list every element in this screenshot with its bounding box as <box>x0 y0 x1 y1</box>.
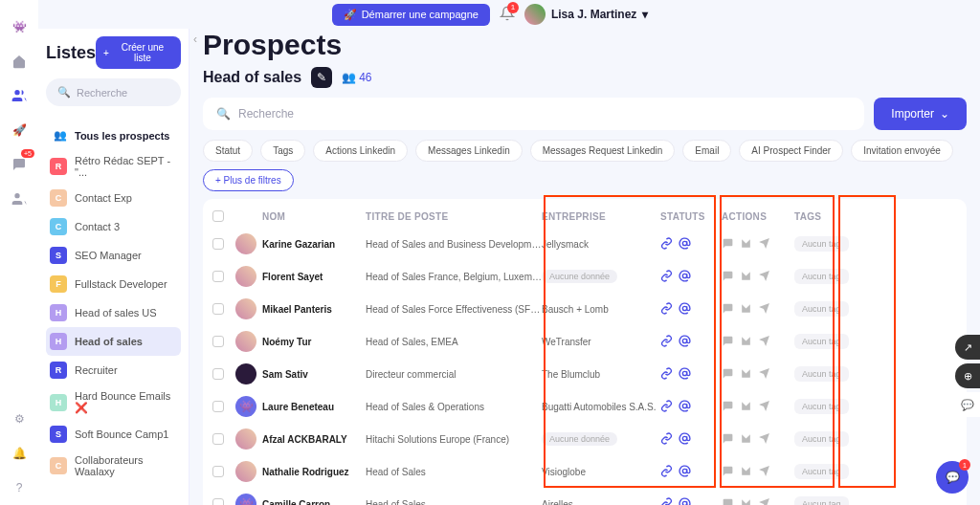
import-button[interactable]: Importer ⌄ <box>874 98 967 130</box>
link-status-icon[interactable] <box>660 367 673 382</box>
side-fab-3[interactable]: 💬 <box>955 392 980 417</box>
email-status-icon[interactable] <box>679 465 691 479</box>
filter-pill[interactable]: Tags <box>260 140 305 162</box>
sidebar-list-item[interactable]: FFullstack Developer <box>46 270 181 298</box>
email-status-icon[interactable] <box>679 237 691 252</box>
row-checkbox[interactable] <box>212 401 224 412</box>
send-action-icon[interactable] <box>758 367 770 382</box>
email-status-icon[interactable] <box>679 497 691 506</box>
mail-action-icon[interactable] <box>740 465 752 479</box>
filter-pill[interactable]: Actions Linkedin <box>313 140 408 162</box>
tag-badge[interactable]: Aucun tag <box>794 431 849 447</box>
table-row[interactable]: Noémy Tur Head of Sales, EMEA WeTransfer… <box>212 325 957 358</box>
link-status-icon[interactable] <box>660 400 673 414</box>
email-status-icon[interactable] <box>679 400 691 414</box>
select-all-checkbox[interactable] <box>212 210 224 222</box>
sidebar-list-item[interactable]: CContact Exp <box>46 184 181 212</box>
tag-badge[interactable]: Aucun tag <box>794 399 849 414</box>
row-checkbox[interactable] <box>212 336 224 347</box>
table-row[interactable]: Karine Gazarian Head of Sales and Busine… <box>212 228 957 260</box>
send-action-icon[interactable] <box>758 432 770 447</box>
link-status-icon[interactable] <box>660 335 673 349</box>
table-row[interactable]: Florent Sayet Head of Sales France, Belg… <box>212 260 957 293</box>
table-row[interactable]: Nathalie Rodriguez Head of Sales Visiogl… <box>212 455 957 488</box>
sidebar-list-item[interactable]: RRecruiter <box>46 356 181 384</box>
email-status-icon[interactable] <box>679 367 691 382</box>
user-menu[interactable]: Lisa J. Martinez ▾ <box>524 4 648 25</box>
message-action-icon[interactable] <box>722 367 734 382</box>
mail-action-icon[interactable] <box>740 367 752 382</box>
sidebar-list-item[interactable]: CCollaborateurs Waalaxy <box>46 449 181 483</box>
tag-badge[interactable]: Aucun tag <box>794 464 849 479</box>
start-campaign-button[interactable]: 🚀 Démarrer une campagne <box>332 4 490 26</box>
chat-fab[interactable]: 💬1 <box>936 461 969 494</box>
table-row[interactable]: 👾 Laure Beneteau Head of Sales & Operati… <box>212 390 957 423</box>
sidebar-list-item[interactable]: CContact 3 <box>46 212 181 241</box>
tag-badge[interactable]: Aucun tag <box>794 334 849 349</box>
message-action-icon[interactable] <box>722 270 734 284</box>
tag-badge[interactable]: Aucun tag <box>794 496 849 505</box>
sidebar-list-item[interactable]: HHead of sales US <box>46 298 181 327</box>
filter-pill[interactable]: Messages Request Linkedin <box>530 140 676 162</box>
sidebar-list-item[interactable]: HHead of sales <box>46 327 181 356</box>
link-status-icon[interactable] <box>660 302 673 317</box>
link-status-icon[interactable] <box>660 497 673 506</box>
mail-action-icon[interactable] <box>740 270 752 284</box>
bell-nav-icon[interactable]: 🔔 <box>0 436 38 471</box>
home-icon[interactable] <box>0 44 38 78</box>
email-status-icon[interactable] <box>679 302 691 317</box>
message-action-icon[interactable] <box>722 335 734 349</box>
tag-badge[interactable]: Aucun tag <box>794 236 849 252</box>
tag-badge[interactable]: Aucun tag <box>794 301 849 317</box>
filter-pill[interactable]: Invitation envoyée <box>851 140 953 162</box>
row-checkbox[interactable] <box>212 238 224 250</box>
message-action-icon[interactable] <box>722 302 734 317</box>
message-action-icon[interactable] <box>722 497 734 506</box>
message-action-icon[interactable] <box>722 432 734 447</box>
table-row[interactable]: Mikael Panteris Head of Sales Force Effe… <box>212 293 957 325</box>
all-prospects-link[interactable]: 👥 Tous les prospects <box>46 121 181 149</box>
send-action-icon[interactable] <box>758 465 770 479</box>
email-status-icon[interactable] <box>679 270 691 284</box>
team-icon[interactable] <box>0 182 38 216</box>
filter-pill[interactable]: Messages Linkedin <box>415 140 523 162</box>
row-checkbox[interactable] <box>212 433 224 445</box>
mail-action-icon[interactable] <box>740 335 752 349</box>
sidebar-list-item[interactable]: HHard Bounce Emails ❌ <box>46 384 181 420</box>
tag-badge[interactable]: Aucun tag <box>794 269 849 284</box>
row-checkbox[interactable] <box>212 498 224 505</box>
edit-list-button[interactable]: ✎ <box>311 67 332 88</box>
message-action-icon[interactable] <box>722 400 734 414</box>
collapse-sidebar-icon[interactable]: ‹ <box>193 33 197 46</box>
row-checkbox[interactable] <box>212 368 224 380</box>
rocket-icon[interactable]: 🚀 <box>0 113 38 147</box>
side-fab-2[interactable]: ⊕ <box>955 363 980 388</box>
link-status-icon[interactable] <box>660 432 673 447</box>
gear-icon[interactable]: ⚙ <box>0 402 38 436</box>
send-action-icon[interactable] <box>758 270 770 284</box>
more-filters-button[interactable]: + Plus de filtres <box>203 169 294 191</box>
row-checkbox[interactable] <box>212 466 224 477</box>
prospects-icon[interactable] <box>0 78 38 113</box>
filter-pill[interactable]: Statut <box>203 140 253 162</box>
row-checkbox[interactable] <box>212 271 224 282</box>
send-action-icon[interactable] <box>758 302 770 317</box>
tag-badge[interactable]: Aucun tag <box>794 366 849 382</box>
table-row[interactable]: 👾 Camille Carron Head of Sales Airelles … <box>212 488 957 505</box>
link-status-icon[interactable] <box>660 465 673 479</box>
send-action-icon[interactable] <box>758 400 770 414</box>
send-action-icon[interactable] <box>758 497 770 506</box>
mail-action-icon[interactable] <box>740 432 752 447</box>
mail-action-icon[interactable] <box>740 400 752 414</box>
table-row[interactable]: Sam Sativ Directeur commercial The Blumc… <box>212 358 957 390</box>
filter-pill[interactable]: Email <box>682 140 731 162</box>
message-action-icon[interactable] <box>722 237 734 252</box>
table-row[interactable]: Afzal ACKBARALY Hitachi Solutions Europe… <box>212 423 957 455</box>
filter-pill[interactable]: AI Prospect Finder <box>739 140 843 162</box>
mail-action-icon[interactable] <box>740 302 752 317</box>
bell-icon[interactable]: 1 <box>500 6 515 24</box>
sidebar-list-item[interactable]: SSEO Manager <box>46 241 181 270</box>
mail-action-icon[interactable] <box>740 237 752 252</box>
mail-action-icon[interactable] <box>740 497 752 506</box>
main-search-input[interactable]: 🔍 Recherche <box>203 98 864 130</box>
